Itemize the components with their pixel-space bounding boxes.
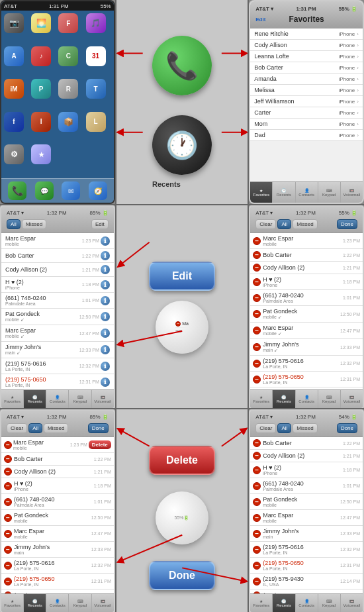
dock-phone-icon[interactable]: 📞 — [8, 181, 26, 200]
list-item[interactable]: − Jimmy John's main 12:33 PM — [250, 526, 363, 542]
dock-safari-icon[interactable]: 🧭 — [89, 181, 107, 200]
tab-bottom-key2[interactable]: ⌨Keypad — [318, 390, 341, 408]
delete-circle[interactable]: − — [4, 578, 12, 586]
delete-button-large[interactable]: Delete — [149, 446, 215, 475]
tab-bl-rec[interactable]: 🕐Recents — [24, 594, 46, 612]
fav-item-rene[interactable]: Rene Ritchie iPhone › — [250, 28, 363, 40]
fav-item-leanna[interactable]: Leanna Lofte iPhone › — [250, 51, 363, 62]
delete-circle[interactable]: − — [253, 237, 261, 245]
fav-item-amanda[interactable]: Amanda iPhone › — [250, 74, 363, 85]
list-item[interactable]: − (219) 575-0650 La Porte, IN 12:31 PM — [250, 558, 363, 574]
list-item[interactable]: − (219) 575-0616 La Porte, IN 12:32 PM — [1, 558, 114, 574]
delete-circle[interactable]: − — [253, 264, 261, 272]
fav-item-jeff[interactable]: Jeff Williamson iPhone › — [250, 96, 363, 107]
list-item[interactable]: − H ♥ (2) iPhone 1:18 PM — [250, 274, 363, 290]
imores-app-icon[interactable]: iM — [4, 79, 24, 99]
tab-favorites[interactable]: ★ Favorites — [250, 182, 273, 203]
settings-app-icon[interactable]: ⚙ — [4, 144, 24, 164]
reader-app-icon[interactable]: R — [58, 79, 78, 99]
tab-bottom-rec2[interactable]: 🕐Recents — [273, 390, 295, 408]
dock-mail-icon[interactable]: ✉ — [62, 181, 80, 200]
list-item[interactable]: − Cody Allison (2) 1:21 PM — [250, 262, 363, 274]
delete-circle[interactable]: − — [4, 455, 12, 463]
list-item[interactable]: − Cody Allison (2) 1:21 PM — [250, 450, 363, 462]
tab-bottom-vm[interactable]: 📼Voicemail — [92, 390, 114, 408]
info-button[interactable]: ℹ — [101, 236, 110, 246]
letterpress-app-icon[interactable]: L — [86, 112, 106, 132]
delete-circle[interactable]: − — [4, 562, 12, 570]
list-item[interactable]: − Jimmy John's main ↙ 12:33 PM — [250, 339, 363, 356]
list-item[interactable]: − Marc Espar mobile 1:23 PM — [250, 233, 363, 249]
delete-confirm-btn[interactable]: Delete — [89, 440, 111, 449]
tab-bottom-fav2[interactable]: ★Favorites — [250, 390, 273, 408]
delete-circle[interactable]: − — [253, 482, 261, 490]
list-item[interactable]: − Marc Espar mobile ↙ 12:47 PM — [250, 323, 363, 339]
delete-circle[interactable]: − — [4, 530, 12, 538]
delete-circle[interactable]: − — [253, 310, 261, 318]
list-item[interactable]: − (219) 575-0616 La Porte, IN 12:32 PM — [250, 356, 363, 372]
delete-circle[interactable]: − — [253, 376, 261, 383]
info-button[interactable]: ℹ — [101, 296, 110, 305]
info-button[interactable]: ℹ — [101, 312, 110, 321]
list-item[interactable]: Jimmy John's main ↙ 12:33 PM ℹ — [1, 342, 114, 358]
phone-big-icon[interactable]: 📞 — [152, 36, 212, 95]
tab-br-vm[interactable]: 📼Voicemail — [341, 594, 363, 612]
info-button[interactable]: ℹ — [101, 362, 110, 371]
list-item[interactable]: − Pat Gondeck mobile 12:50 PM — [1, 510, 114, 526]
tab-bottom-con2[interactable]: 👤Contacts — [296, 390, 318, 408]
tab-edit-left[interactable]: Edit — [91, 219, 109, 229]
clear-button[interactable]: Clear — [255, 219, 276, 229]
passbook-app-icon[interactable]: P — [31, 79, 51, 99]
list-item[interactable]: Bob Carter 1:22 PM ℹ — [1, 249, 114, 263]
list-item[interactable]: − Jimmy John's main 12:33 PM — [1, 542, 114, 558]
list-item[interactable]: (219) 575-0616 La Porte, IN 12:32 PM ℹ — [1, 358, 114, 374]
edit-button-large[interactable]: Edit — [149, 262, 215, 291]
fav-item-bob[interactable]: Bob Carter iPhone › — [250, 62, 363, 74]
list-item[interactable]: − (661) 748-0240 Palmdale Area 1:01 PM — [250, 478, 363, 494]
list-item[interactable]: − Bob Carter 1:22 PM — [250, 249, 363, 262]
photos-app-icon[interactable]: 🌅 — [31, 13, 51, 33]
list-item[interactable]: − (661) 748-0240 Palmdale Area 1:01 PM — [1, 494, 114, 510]
delete-circle[interactable]: − — [253, 578, 261, 586]
list-item[interactable]: − H ♥ (2) iPhone 1:18 PM — [1, 478, 114, 494]
bot-tab-all[interactable]: All — [28, 423, 42, 433]
delete-circle[interactable]: − — [253, 278, 261, 286]
tab-bl-fav[interactable]: ★Favorites — [1, 594, 24, 612]
delete-circle[interactable]: − — [253, 439, 261, 447]
delete-circle[interactable]: − — [253, 294, 261, 302]
list-item[interactable]: − (219) 575-0616 La Porte, IN 12:32 PM — [250, 542, 363, 558]
fav-item-dad[interactable]: Dad iPhone › — [250, 130, 363, 141]
delete-circle[interactable]: − — [253, 562, 261, 570]
facebook-app-icon[interactable]: f — [4, 112, 24, 132]
tweetbot-app-icon[interactable]: T — [86, 79, 106, 99]
delete-circle[interactable]: − — [253, 360, 261, 368]
list-item[interactable]: − (219) 575-0650 La Porte, IN 12:31 PM — [250, 372, 363, 387]
fav-item-cody[interactable]: Cody Allison iPhone › — [250, 40, 363, 51]
delete-circle[interactable]: − — [253, 466, 261, 474]
tab-bottom-rec[interactable]: 🕐Recents — [24, 390, 46, 408]
list-item[interactable]: − H ♥ (2) iPhone 1:18 PM — [250, 462, 363, 478]
tab-br-fav[interactable]: ★Favorites — [250, 594, 273, 612]
tab-bottom-vm2[interactable]: 📼Voicemail — [341, 390, 363, 408]
list-item[interactable]: (661) 748-0240 Palmdale Area 1:01 PM ℹ — [1, 293, 114, 309]
cycle-app-icon[interactable]: C — [58, 46, 78, 66]
tab-bl-vm[interactable]: 📼Voicemail — [92, 594, 114, 612]
list-item[interactable]: − Pat Gondeck mobile 12:50 PM — [250, 494, 363, 510]
bot-clear-btn[interactable]: Clear — [7, 423, 27, 433]
info-button[interactable]: ℹ — [101, 345, 110, 354]
list-item[interactable]: (219) 575-0650 La Porte, IN 12:31 PM ℹ — [1, 374, 114, 389]
delete-circle[interactable]: − — [253, 327, 261, 334]
delete-circle[interactable]: − — [253, 251, 261, 259]
list-item[interactable]: − Pat Gondeck mobile ↙ 12:50 PM — [250, 306, 363, 323]
list-item[interactable]: − (219) 575-0650 La Porte, IN 12:31 PM — [1, 574, 114, 589]
dock-messages-icon[interactable]: 💬 — [35, 181, 54, 200]
info-button[interactable]: ℹ — [101, 265, 110, 274]
list-item[interactable]: − Bob Carter 1:22 PM — [1, 453, 114, 466]
delete-circle[interactable]: − — [4, 514, 12, 522]
list-item[interactable]: − Marc Espar mobile 12:47 PM — [1, 526, 114, 542]
fav-item-melissa[interactable]: Melissa iPhone › — [250, 85, 363, 96]
itunes-app-icon[interactable]: ♪ — [31, 46, 51, 66]
tab-recents[interactable]: 🕐 Recents — [273, 182, 295, 203]
appstore-app-icon[interactable]: A — [4, 46, 24, 66]
tab-contacts[interactable]: 👤 Contacts — [296, 182, 318, 203]
